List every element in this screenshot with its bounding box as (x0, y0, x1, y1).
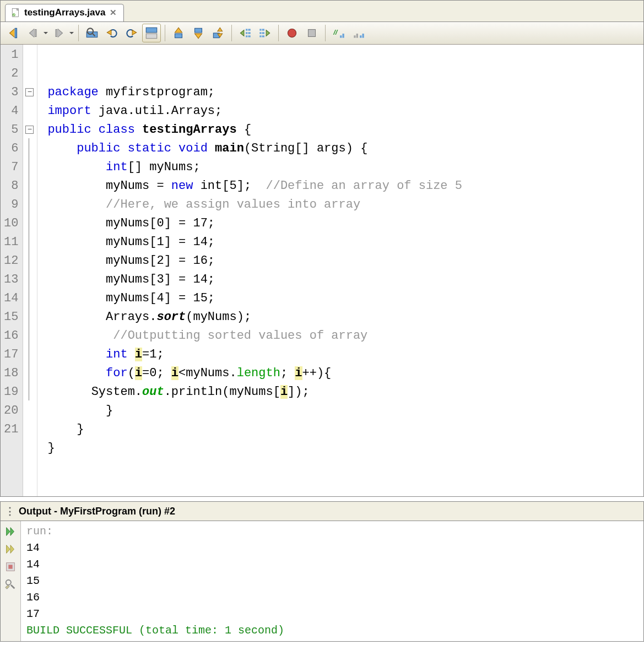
tab-close-icon[interactable]: ✕ (109, 8, 118, 18)
svg-rect-18 (248, 35, 250, 37)
editor-tab[interactable]: testingArrays.java ✕ (5, 4, 124, 21)
svg-rect-35 (8, 565, 12, 568)
svg-rect-9 (146, 34, 157, 39)
separator (78, 25, 79, 41)
start-macro-button[interactable] (283, 24, 301, 42)
output-line: 17 (26, 606, 284, 622)
output-panel: ⋮ Output - MyFirstProgram (run) #2 run: … (0, 501, 644, 642)
fold-toggle[interactable]: − (23, 82, 37, 101)
find-selection-button[interactable] (83, 24, 101, 42)
find-prev-button[interactable] (102, 24, 121, 42)
svg-rect-10 (175, 34, 182, 38)
separator (231, 25, 232, 41)
separator (325, 25, 326, 41)
output-line: 15 (26, 573, 284, 589)
svg-rect-19 (259, 29, 261, 30)
output-build-status: BUILD SUCCESSFUL (total time: 1 second) (26, 622, 284, 639)
line-number-gutter: 123456789101112131415161718192021 (1, 45, 23, 496)
shift-right-button[interactable] (256, 24, 274, 42)
svg-text://: // (333, 28, 338, 36)
prev-bookmark-button[interactable] (169, 24, 188, 42)
svg-rect-13 (246, 29, 247, 30)
svg-rect-31 (356, 34, 358, 38)
output-title-bar: ⋮ Output - MyFirstProgram (run) #2 (1, 502, 643, 521)
svg-rect-24 (262, 35, 264, 37)
ide-window: testingArrays.java ✕ // (0, 0, 644, 497)
editor-toolbar: // (1, 22, 643, 45)
fold-toggle[interactable]: − (23, 120, 37, 138)
svg-rect-22 (262, 29, 264, 30)
fold-gutter: − − (23, 45, 37, 496)
svg-rect-3 (35, 30, 36, 37)
svg-rect-4 (56, 30, 57, 37)
forward-dropdown[interactable] (50, 24, 74, 42)
last-edit-button[interactable] (4, 24, 23, 42)
output-line: 14 (26, 556, 284, 573)
stop-button[interactable] (3, 560, 18, 574)
find-next-button[interactable] (122, 24, 141, 42)
stop-macro-button[interactable] (302, 24, 321, 42)
code-area[interactable]: package myfirstprogram;import java.util.… (37, 45, 468, 496)
toggle-bookmark-button[interactable] (209, 24, 228, 42)
toggle-highlight-button[interactable] (142, 24, 161, 42)
svg-point-25 (288, 29, 296, 37)
svg-rect-21 (259, 35, 261, 37)
uncomment-button[interactable] (349, 24, 368, 42)
svg-point-36 (6, 580, 11, 585)
svg-rect-16 (248, 29, 250, 30)
run-button[interactable] (3, 542, 18, 556)
output-text[interactable]: run: 14 14 15 16 17 BUILD SUCCESSFUL (to… (21, 521, 290, 641)
tab-filename: testingArrays.java (24, 7, 105, 18)
rerun-button[interactable] (3, 524, 18, 539)
svg-rect-15 (246, 35, 247, 37)
tab-bar: testingArrays.java ✕ (1, 1, 643, 22)
output-line: 14 (26, 540, 284, 556)
grip-icon[interactable]: ⋮ (5, 505, 15, 517)
svg-rect-20 (259, 32, 261, 34)
next-bookmark-button[interactable] (189, 24, 208, 42)
chevron-down-icon (69, 30, 74, 36)
code-editor[interactable]: 123456789101112131415161718192021 − − pa… (1, 45, 643, 496)
svg-rect-33 (362, 34, 364, 38)
back-dropdown[interactable] (24, 24, 48, 42)
output-line: run: (26, 523, 284, 540)
svg-rect-30 (354, 35, 355, 37)
svg-rect-2 (15, 28, 17, 37)
settings-button[interactable] (3, 577, 18, 592)
java-file-icon (11, 8, 21, 18)
svg-rect-23 (262, 32, 264, 34)
svg-rect-28 (340, 35, 342, 37)
svg-rect-17 (248, 32, 250, 34)
svg-rect-32 (360, 35, 361, 37)
svg-rect-26 (309, 30, 316, 37)
output-line: 16 (26, 589, 284, 606)
chevron-down-icon (43, 30, 48, 36)
svg-rect-8 (146, 28, 157, 32)
svg-rect-11 (195, 28, 202, 32)
output-toolbar (1, 521, 21, 641)
output-title: Output - MyFirstProgram (run) #2 (19, 506, 175, 517)
shift-left-button[interactable] (236, 24, 255, 42)
svg-rect-14 (246, 32, 247, 34)
separator (165, 25, 165, 41)
comment-button[interactable]: // (329, 24, 348, 42)
svg-rect-29 (343, 34, 344, 38)
separator (278, 25, 279, 41)
